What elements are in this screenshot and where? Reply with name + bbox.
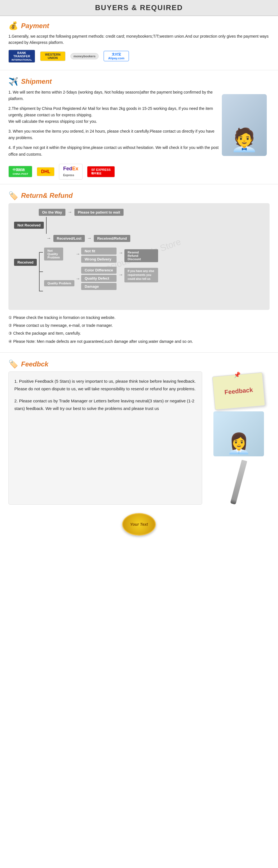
feedback-person-image (213, 411, 264, 456)
feedback-content: 1. Positive Feedback (5 Stars) is very i… (8, 371, 270, 505)
chinapost-logo: 中国邮政CHINA POST (8, 166, 32, 177)
carrier-logos: 中国邮政CHINA POST DHL FedExExpress SF EXPRE… (8, 164, 270, 180)
alipay-logo: 支付宝Alipay.com (104, 51, 129, 61)
fc-on-the-way: On the Way (39, 209, 65, 216)
payment-section: 💰 Payment 1.Generally, we accept the fol… (0, 16, 278, 68)
fc-patient: Please be patient to wait (74, 209, 124, 216)
refund-section: 🏷️ Return& Refund On the Way → Please be… (0, 186, 278, 351)
feedback-section: 🏷️ Feedbck 1. Positive Feedback (5 Stars… (0, 354, 278, 547)
shipment-text-area: 1. We will sent the items within 2-5days… (8, 89, 219, 161)
page-header: BUYERS & REQUIRED (0, 0, 278, 16)
moneybookers-logo: moneybookers (70, 53, 99, 59)
fc-damage: Damage (81, 283, 116, 290)
fc-middle-col: NotQualityProblem Quality Problem (44, 248, 74, 286)
dhl-logo: DHL (37, 167, 55, 176)
fc-quality-group: Quality Problem (44, 280, 74, 286)
shipment-person-image (222, 94, 267, 156)
fc-arr-out-2: → (119, 272, 123, 277)
fc-arr-q: → (75, 276, 80, 281)
gold-badge-text: Your Text (130, 522, 148, 527)
flowchart-row-nr: Not Received (14, 217, 264, 234)
feedback-card-label: Feedback (224, 386, 253, 396)
refund-note-3: ③ Check the package and Item, carefully. (8, 330, 270, 336)
gold-badge-row: Your Text (8, 505, 270, 544)
fc-vline-nr (46, 217, 47, 234)
fc-not-fit: Not fit (81, 248, 116, 255)
fc-received-col: Received (14, 248, 37, 266)
shipment-para-4: 4. If you have not got it within the shi… (8, 145, 219, 157)
feedback-bottom-deco (236, 460, 242, 505)
refund-title-row: 🏷️ Return& Refund (8, 191, 270, 200)
payment-text: 1.Generally, we accept the following pay… (8, 33, 270, 46)
shipment-para-1: 1. We will sent the items within 2-5days… (8, 89, 219, 102)
feedback-icon: 🏷️ (8, 360, 18, 369)
fc-branch-lines (39, 249, 43, 294)
fc-arrow-1: → (68, 210, 72, 215)
shipment-image-area (219, 89, 270, 161)
shipment-title-row: ✈️ Shipment (8, 77, 270, 86)
page-title: BUYERS & REQUIRED (0, 3, 278, 12)
fc-not-quality-group: NotQualityProblem (44, 248, 74, 260)
fc-quality-problem: Quality Problem (44, 280, 74, 286)
sf-logo: SF EXPRESS顺丰速运 (87, 166, 115, 177)
feedback-text-area: 1. Positive Feedback (5 Stars) is very i… (8, 371, 202, 505)
refund-note-2: ② Please contact us by meesage, e-mail, … (8, 322, 270, 329)
refund-icon: 🏷️ (8, 191, 18, 200)
fedex-logo: FedExExpress (59, 164, 82, 180)
payment-heading: Payment (21, 22, 49, 30)
refund-notes: ① Please check the tracking in formation… (8, 314, 270, 345)
refund-note-4: ④ Please Note: Men made defects are not … (8, 338, 270, 344)
fc-arr-out-1: → (119, 250, 123, 255)
shipment-heading: Shipment (21, 78, 52, 86)
fc-received: Received (14, 259, 37, 266)
pencil-decoration (230, 460, 247, 505)
fc-color-difference: Color Difference (81, 267, 116, 274)
flowchart: On the Way → Please be patient to wait N… (14, 209, 264, 294)
bank-transfer-logo: BANKTRANSFERINTERNATIONAL (8, 50, 35, 63)
western-union-logo: WESTERNUNION (40, 52, 65, 61)
fc-mid-arrows: → → (75, 248, 80, 281)
flowchart-received-section: Received NotQualityProblem Quality Probl… (14, 248, 264, 294)
fc-bottom-branch-items: Color Difference Quality Defect Damage (81, 267, 116, 290)
feedback-heading: Feedbck (21, 360, 48, 368)
feedback-card: Feedback (212, 372, 265, 410)
shipment-para-3: 3. When you receive the items you ordere… (8, 128, 219, 141)
fc-outcomes: → → (119, 248, 123, 277)
fc-arrow-2: → (47, 236, 51, 241)
fc-quality-defect: Quality Defect (81, 275, 116, 282)
fc-arrow-3: → (87, 236, 92, 241)
payment-logos: BANKTRANSFERINTERNATIONAL WESTERNUNION m… (8, 50, 270, 63)
feedback-para-2: 2. Please contact us by Trade Manager or… (14, 397, 196, 412)
fc-arr-nq: → (75, 251, 80, 256)
flowchart-wrapper: On the Way → Please be patient to wait N… (8, 203, 270, 310)
shipment-icon: ✈️ (8, 77, 18, 86)
fc-requirements-note: If you have any else requirements you co… (125, 268, 158, 282)
fc-not-quality-problem: NotQualityProblem (44, 248, 63, 260)
feedback-para-1: 1. Positive Feedback (5 Stars) is very i… (14, 377, 196, 393)
fc-outcome-boxes: Resend Refund Discount If you have any e… (125, 248, 158, 282)
fc-wrong-delivery: Wrong Delivery (81, 256, 116, 263)
flowchart-row-2: → Received/Lost → Received/Refund (14, 235, 264, 242)
fc-resend-refund: Resend Refund Discount (125, 249, 158, 262)
flowchart-row-1: On the Way → Please be patient to wait (14, 209, 264, 216)
divider-2 (0, 184, 278, 184)
fc-not-received: Not Received (14, 222, 44, 229)
gold-badge: Your Text (122, 513, 156, 535)
payment-icon: 💰 (8, 21, 18, 30)
fc-sub-options: Not fit Wrong Delivery Color Difference … (81, 248, 116, 290)
fc-received-refund: Received/Refund (94, 235, 130, 242)
fc-top-branch-items: Not fit Wrong Delivery (81, 248, 116, 263)
shipment-section: ✈️ Shipment 1. We will sent the items wi… (0, 72, 278, 182)
divider-3 (0, 352, 278, 353)
refund-note-1: ① Please check the tracking in formation… (8, 314, 270, 321)
fc-received-lost: Received/Lost (54, 235, 85, 242)
shipment-para-2: 2.The shipment by China Post Registered … (8, 105, 219, 125)
feedback-image-area: Feedback (208, 371, 270, 505)
refund-heading: Return& Refund (21, 192, 73, 199)
feedback-title-row: 🏷️ Feedbck (8, 360, 270, 369)
payment-title-row: 💰 Payment (8, 21, 270, 30)
shipment-content: 1. We will sent the items within 2-5days… (8, 89, 270, 161)
